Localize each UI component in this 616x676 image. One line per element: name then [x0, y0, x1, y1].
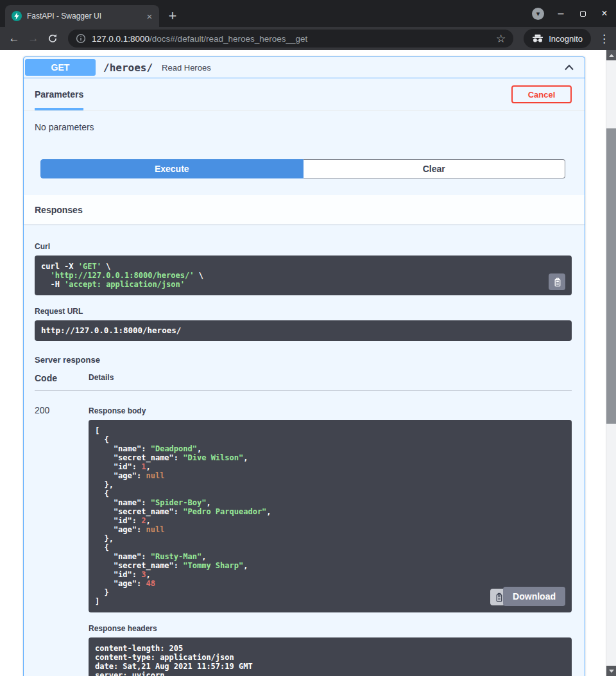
scroll-up-icon	[609, 54, 614, 57]
bookmark-star-icon[interactable]: ☆	[496, 32, 506, 46]
server-response-label: Server response	[35, 355, 572, 365]
fastapi-favicon-icon	[12, 11, 22, 21]
parameters-tab: Parameters	[35, 78, 83, 110]
url-host: 127.0.0.1:8000	[92, 34, 150, 44]
scroll-down-button[interactable]	[606, 666, 616, 676]
minimize-button[interactable]: –	[556, 8, 566, 19]
incognito-badge: Incognito	[524, 29, 591, 48]
response-headers-label: Response headers	[89, 624, 572, 633]
no-parameters-text: No parameters	[35, 122, 94, 132]
curl-label: Curl	[35, 242, 572, 251]
curl-command-block: curl -X 'GET' \ 'http://127.0.0.1:8000/h…	[35, 256, 572, 295]
opblock-get-heroes: GET /heroes/ Read Heroes Parameters Canc…	[23, 56, 585, 676]
scroll-down-icon	[609, 670, 614, 673]
response-headers-block: content-length: 205content-type: applica…	[89, 637, 572, 676]
tab-search-button[interactable]: ▾	[532, 8, 544, 20]
maximize-button[interactable]	[578, 8, 588, 19]
window-controls: ▾ – ×	[532, 0, 610, 27]
response-body-label: Response body	[89, 406, 572, 415]
page: GET /heroes/ Read Heroes Parameters Canc…	[0, 50, 616, 676]
details-column-header: Details	[89, 373, 114, 383]
url-path: /docs#/default/read_heroes_heroes__get	[150, 34, 307, 44]
download-button[interactable]: Download	[503, 587, 565, 606]
curl-command-text: curl -X 'GET' \ 'http://127.0.0.1:8000/h…	[41, 262, 565, 289]
responses-inner: Curl curl -X 'GET' \ 'http://127.0.0.1:8…	[24, 224, 585, 676]
tab-close-icon[interactable]: ×	[144, 12, 155, 21]
tab-title: FastAPI - Swagger UI	[27, 12, 139, 21]
new-tab-button[interactable]: +	[163, 6, 182, 26]
responses-heading: Responses	[35, 205, 83, 215]
parameters-header: Parameters Cancel	[24, 78, 585, 111]
browser-menu-button[interactable]: ⋮	[599, 32, 610, 46]
request-url-label: Request URL	[35, 307, 572, 316]
collapse-chevron-icon[interactable]	[564, 64, 574, 71]
close-window-button[interactable]: ×	[599, 8, 610, 19]
request-url-value: http://127.0.0.1:8000/heroes/	[41, 326, 565, 335]
incognito-icon	[532, 34, 543, 43]
execute-button[interactable]: Execute	[40, 159, 304, 178]
response-body-json: [ { "name": "Deadpond", "secret_name": "…	[95, 426, 565, 606]
status-code: 200	[35, 405, 89, 676]
maximize-icon	[580, 11, 586, 17]
response-headers-text: content-length: 205content-type: applica…	[95, 644, 565, 676]
scrollbar-thumb[interactable]	[606, 128, 616, 424]
tab-strip: FastAPI - Swagger UI × + ▾ – ×	[0, 0, 616, 27]
response-body-block: [ { "name": "Deadpond", "secret_name": "…	[89, 420, 572, 612]
address-bar[interactable]: 127.0.0.1:8000/docs#/default/read_heroes…	[68, 30, 513, 48]
url-text: 127.0.0.1:8000/docs#/default/read_heroes…	[92, 34, 490, 44]
server-response-table: Code Details 200 Response body [ { "name…	[35, 369, 572, 676]
copy-curl-button[interactable]	[549, 273, 565, 290]
method-badge: GET	[25, 59, 96, 76]
request-url-block: http://127.0.0.1:8000/heroes/	[35, 320, 572, 341]
responses-header: Responses	[24, 195, 585, 224]
site-info-icon[interactable]	[76, 33, 86, 44]
swagger-content: GET /heroes/ Read Heroes Parameters Canc…	[0, 50, 606, 676]
back-button[interactable]: ←	[6, 31, 22, 46]
parameters-body: No parameters	[24, 111, 585, 159]
forward-button[interactable]: →	[26, 31, 41, 46]
opblock-summary[interactable]: GET /heroes/ Read Heroes	[24, 57, 585, 78]
browser-toolbar: ← → 127.0.0.1:8000/docs#/default/read_he…	[0, 27, 616, 50]
incognito-label: Incognito	[549, 34, 583, 44]
response-table-header: Code Details	[35, 369, 572, 391]
code-column-header: Code	[35, 373, 89, 383]
page-scrollbar-track[interactable]	[606, 50, 616, 676]
execute-row: Execute Clear	[24, 159, 585, 195]
endpoint-summary: Read Heroes	[162, 63, 211, 73]
reload-button[interactable]	[45, 31, 60, 46]
browser-tab[interactable]: FastAPI - Swagger UI ×	[5, 5, 159, 27]
clear-button[interactable]: Clear	[304, 159, 566, 178]
cancel-button[interactable]: Cancel	[511, 85, 572, 103]
response-row-200: 200 Response body [ { "name": "Deadpond"…	[35, 391, 572, 676]
parameters-title: Parameters	[35, 89, 83, 100]
endpoint-path: /heroes/	[103, 62, 153, 74]
scroll-up-button[interactable]	[606, 50, 616, 60]
